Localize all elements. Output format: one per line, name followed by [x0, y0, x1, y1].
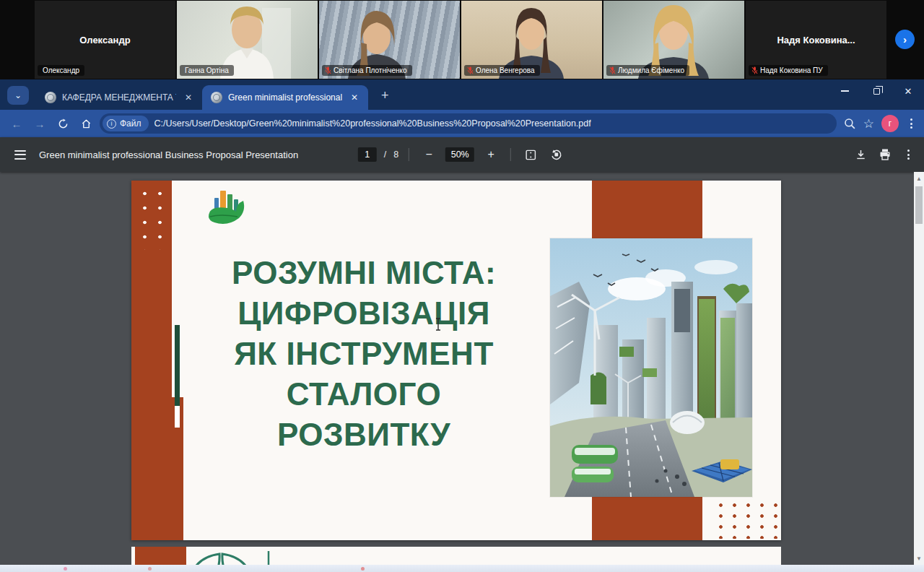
participant-tile-olena[interactable]: Олена Венгерова [461, 1, 602, 79]
file-scheme-chip[interactable]: i Файл [103, 116, 149, 131]
participant-name-badge: Олена Венгерова [464, 65, 540, 76]
slide-title-line: ЦИФРОВІЗАЦІЯ [183, 293, 544, 334]
bookmark-star-icon[interactable]: ☆ [863, 116, 874, 131]
forward-arrow-icon: → [35, 118, 45, 130]
participant-name: Олександр [43, 66, 79, 74]
print-icon[interactable] [879, 148, 892, 161]
windows-taskbar-sliver[interactable] [0, 565, 924, 572]
window-restore-button[interactable] [860, 79, 892, 103]
participant-name-badge: Людмила Єфіменко [606, 65, 689, 76]
participant-name: Світлана Плотніченко [334, 66, 407, 74]
participant-tile-liudmyla[interactable]: Людмила Єфіменко [603, 1, 744, 79]
viewer-scrollbar[interactable]: ▲ ▼ [914, 172, 924, 565]
participant-name-badge: Надя Коковина ПУ [749, 65, 828, 76]
participant-name: Людмила Єфіменко [618, 66, 684, 74]
participant-name: Ганна Ортіна [185, 66, 229, 74]
scroll-up-button[interactable]: ▲ [914, 173, 924, 183]
page-number-input[interactable]: 1 [358, 147, 377, 162]
minus-icon: − [426, 148, 432, 161]
participant-tile-svitlana[interactable]: Світлана Плотніченко [319, 1, 460, 79]
tab-kafedra[interactable]: КАФЕДРА МЕНЕДЖМЕНТА ТА ✕ [36, 85, 202, 110]
zoom-out-button[interactable]: − [419, 145, 438, 164]
pdf-page-1: РОЗУМНІ МІСТА: ЦИФРОВІЗАЦІЯ ЯК ІНСТРУМЕН… [131, 181, 781, 540]
slide-title-line: РОЗВИТКУ [183, 415, 544, 455]
window-minimize-button[interactable] [829, 79, 860, 103]
participant-name-badge: Олександр [38, 65, 84, 76]
participant-name-badge: Ганна Ортіна [180, 65, 234, 76]
tab-search-button[interactable]: ⌄ [7, 86, 29, 105]
participant-tile-oleksandr[interactable]: Олександр Олександр [35, 1, 175, 79]
zoom-in-button[interactable]: + [481, 145, 500, 164]
chevron-down-icon: ⌄ [14, 90, 22, 100]
slide-title: РОЗУМНІ МІСТА: ЦИФРОВІЗАЦІЯ ЯК ІНСТРУМЕН… [183, 253, 544, 455]
window-close-button[interactable]: ✕ [892, 79, 924, 103]
chevron-right-icon: › [903, 33, 907, 46]
zoom-icon[interactable] [844, 118, 856, 130]
pdf-toolbar: Green minimalist professional Business P… [0, 137, 924, 172]
home-icon [81, 118, 92, 129]
page-separator: / [384, 150, 386, 160]
download-icon[interactable] [855, 149, 867, 161]
slide-title-line: ЯК ІНСТРУМЕНТ [183, 334, 544, 374]
pdf-menu-button[interactable] [14, 150, 26, 160]
participant-tile-hanna[interactable]: Ганна Ортіна [177, 1, 318, 79]
participant-tile-nadia[interactable]: Надя Коковина... Надя Коковина ПУ [746, 1, 886, 79]
rotate-button[interactable] [547, 145, 566, 164]
tab-close-icon[interactable]: ✕ [182, 92, 195, 103]
pdf-more-options-button[interactable] [903, 147, 914, 162]
pdf-viewer-canvas[interactable]: РОЗУМНІ МІСТА: ЦИФРОВІЗАЦІЯ ЯК ІНСТРУМЕН… [0, 172, 924, 565]
white-dots-pattern [136, 185, 173, 250]
toolbar-divider [510, 148, 511, 161]
new-tab-button[interactable]: + [375, 88, 395, 103]
tab-green-presentation[interactable]: Green minimalist professional B ✕ [202, 85, 368, 110]
slide2-rust-block [135, 547, 186, 565]
globe-favicon-icon [211, 92, 222, 103]
mic-muted-icon [325, 66, 331, 74]
pdf-page-2 [131, 547, 781, 565]
forward-button[interactable]: → [30, 114, 49, 133]
browser-tab-bar: ⌄ КАФЕДРА МЕНЕДЖМЕНТА ТА ✕ Green minimal… [0, 79, 924, 110]
scrollbar-thumb[interactable] [915, 186, 923, 224]
title-accent-bar-white [175, 406, 180, 428]
back-arrow-icon: ← [12, 118, 22, 130]
tab-title: Green minimalist professional B [228, 92, 342, 103]
text-cursor [435, 318, 442, 331]
globe-favicon-icon [45, 92, 56, 103]
profile-avatar[interactable]: г [881, 115, 899, 132]
participant-name: Олена Венгерова [476, 66, 535, 74]
slide2-leaf-ornament [188, 548, 282, 565]
pdf-toolbar-actions [855, 147, 914, 162]
next-participants-button[interactable]: › [895, 30, 915, 49]
restore-icon [873, 88, 880, 95]
zoom-level-input[interactable]: 50% [445, 147, 474, 162]
tab-title: КАФЕДРА МЕНЕДЖМЕНТА ТА [62, 92, 176, 103]
slide-title-line: СТАЛОГО [183, 374, 544, 415]
minimize-icon [841, 90, 849, 92]
mic-muted-icon [609, 66, 616, 74]
rust-dots-pattern [712, 498, 780, 539]
tab-close-icon[interactable]: ✕ [348, 92, 361, 103]
taskbar-icon-hint [64, 567, 67, 571]
pdf-document-title: Green minimalist professional Business P… [39, 150, 298, 160]
home-button[interactable] [77, 114, 95, 133]
taskbar-icon-hint [361, 567, 365, 571]
browser-menu-button[interactable] [906, 116, 917, 131]
scroll-down-button[interactable]: ▼ [914, 553, 924, 563]
video-call-strip: Олександр Олександр Ганна Ортіна [0, 0, 924, 79]
plus-icon: + [381, 88, 389, 103]
pdf-page-zoom-controls: 1 / 8 − 50% + [358, 145, 566, 164]
address-input[interactable]: i Файл C:/Users/User/Desktop/Green%20min… [100, 113, 837, 134]
mic-muted-icon [467, 66, 474, 74]
fit-page-icon [525, 149, 537, 161]
file-chip-label: Файл [120, 118, 141, 129]
info-icon: i [107, 119, 116, 129]
fit-page-button[interactable] [521, 145, 540, 164]
slide-title-line: РОЗУМНІ МІСТА: [183, 253, 544, 293]
participant-name-badge: Світлана Плотніченко [322, 65, 412, 76]
mic-muted-icon [751, 66, 758, 74]
plus-icon: + [488, 148, 494, 161]
reload-button[interactable] [53, 114, 72, 133]
address-bar-actions: ☆ г [841, 115, 917, 132]
title-accent-bar [175, 325, 180, 406]
back-button[interactable]: ← [7, 114, 26, 133]
